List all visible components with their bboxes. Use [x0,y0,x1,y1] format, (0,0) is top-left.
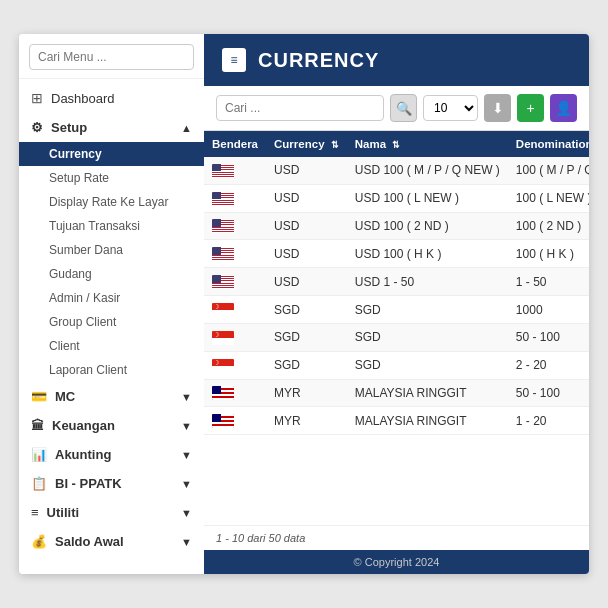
sidebar-section-label: Saldo Awal [55,534,124,549]
table-row: USD USD 100 ( L NEW ) 100 ( L NEW ) 16,2… [204,184,589,212]
sidebar-sub-sumber-dana[interactable]: Sumber Dana [19,238,204,262]
cell-currency: SGD [266,351,347,379]
cell-nama: SGD [347,351,508,379]
table-row: SGD SGD 2 - 20 11,500.00 12,1 [204,351,589,379]
sidebar-item-setup[interactable]: ⚙ Setup ▲ [19,113,204,142]
sidebar-sub-label: Laporan Client [49,363,127,377]
cell-denomination: 100 ( H K ) [508,240,589,268]
cell-flag [204,184,266,212]
cell-currency: USD [266,157,347,184]
sidebar-item-akunting[interactable]: 📊 Akunting ▼ [19,440,204,469]
search-input[interactable] [216,95,384,121]
akunting-icon: 📊 [31,447,47,462]
sidebar-section-label: MC [55,389,75,404]
sidebar-sub-admin-kasir[interactable]: Admin / Kasir [19,286,204,310]
table-row: MYR MALAYSIA RINGGIT 50 - 100 3,675.00 3… [204,379,589,407]
export-button[interactable]: ⬇ [484,94,511,122]
table-row: SGD SGD 50 - 100 12,050.00 12,1 [204,323,589,351]
sidebar-sub-label: Display Rate Ke Layar [49,195,168,209]
table-row: MYR MALAYSIA RINGGIT 1 - 20 3,300.00 3,7 [204,407,589,435]
sidebar-sub-label: Currency [49,147,102,161]
utiliti-icon: ≡ [31,505,39,520]
sidebar-sub-client[interactable]: Client [19,334,204,358]
sidebar: ⊞ Dashboard ⚙ Setup ▲ Currency Setup Rat… [19,34,204,574]
cell-flag [204,323,266,351]
user-button[interactable]: 👤 [550,94,577,122]
flag-icon [212,275,234,289]
cell-flag [204,212,266,240]
cell-nama: USD 100 ( L NEW ) [347,184,508,212]
header-icon: ≡ [222,48,246,72]
cell-currency: USD [266,240,347,268]
cell-nama: SGD [347,323,508,351]
cell-denomination: 100 ( L NEW ) [508,184,589,212]
sidebar-sub-currency[interactable]: Currency [19,142,204,166]
sidebar-sub-laporan-client[interactable]: Laporan Client [19,358,204,382]
cell-denomination: 1 - 20 [508,407,589,435]
table-wrapper: Bendera Currency ⇅ Nama ⇅ Denomination ⇅… [204,131,589,525]
sidebar-item-bi-ppatk[interactable]: 📋 BI - PPATK ▼ [19,469,204,498]
keuangan-icon: 🏛 [31,418,44,433]
table-row: USD USD 1 - 50 1 - 50 15,000.00 16,3 [204,268,589,296]
cell-denomination: 2 - 20 [508,351,589,379]
sidebar-sub-setup-rate[interactable]: Setup Rate [19,166,204,190]
sidebar-search-input[interactable] [29,44,194,70]
sidebar-sub-label: Client [49,339,80,353]
cell-denomination: 1 - 50 [508,268,589,296]
table-row: USD USD 100 ( M / P / Q NEW ) 100 ( M / … [204,157,589,184]
mc-icon: 💳 [31,389,47,404]
cell-nama: SGD [347,296,508,324]
col-denomination[interactable]: Denomination ⇅ [508,131,589,157]
cell-currency: SGD [266,323,347,351]
sidebar-section-label: Setup [51,120,87,135]
cell-denomination: 50 - 100 [508,379,589,407]
flag-icon [212,414,234,428]
table-row: SGD SGD 1000 12,450.00 12,6 [204,296,589,324]
currency-table: Bendera Currency ⇅ Nama ⇅ Denomination ⇅… [204,131,589,435]
sidebar-item-mc[interactable]: 💳 MC ▼ [19,382,204,411]
cell-denomination: 100 ( M / P / Q NEW ) [508,157,589,184]
cell-nama: MALAYSIA RINGGIT [347,379,508,407]
table-row: USD USD 100 ( H K ) 100 ( H K ) 16,000.0… [204,240,589,268]
per-page-select[interactable]: 10 25 50 100 [423,95,478,121]
flag-icon [212,219,234,233]
sidebar-search-container [19,34,204,78]
flag-icon [212,359,234,373]
toolbar: 🔍 10 25 50 100 ⬇ + 👤 [204,86,589,131]
bi-ppatk-icon: 📋 [31,476,47,491]
col-nama[interactable]: Nama ⇅ [347,131,508,157]
sidebar-item-utiliti[interactable]: ≡ Utiliti ▼ [19,498,204,527]
sidebar-sub-label: Tujuan Transaksi [49,219,140,233]
sidebar-sub-group-client[interactable]: Group Client [19,310,204,334]
flag-icon [212,303,234,317]
search-button[interactable]: 🔍 [390,94,417,122]
saldo-awal-icon: 💰 [31,534,47,549]
cell-flag [204,351,266,379]
cell-denomination: 100 ( 2 ND ) [508,212,589,240]
sidebar-sub-tujuan-transaksi[interactable]: Tujuan Transaksi [19,214,204,238]
sidebar-item-saldo-awal[interactable]: 💰 Saldo Awal ▼ [19,527,204,556]
footer-text: © Copyright 2024 [354,556,440,568]
cell-flag [204,379,266,407]
page-title: CURRENCY [258,49,379,72]
main-footer: © Copyright 2024 [204,550,589,574]
cell-currency: USD [266,268,347,296]
keuangan-chevron-icon: ▼ [181,420,192,432]
cell-currency: USD [266,212,347,240]
cell-nama: USD 100 ( M / P / Q NEW ) [347,157,508,184]
sidebar-item-dashboard[interactable]: ⊞ Dashboard [19,83,204,113]
col-currency[interactable]: Currency ⇅ [266,131,347,157]
flag-icon [212,247,234,261]
sidebar-sub-gudang[interactable]: Gudang [19,262,204,286]
sidebar-sub-display-rate[interactable]: Display Rate Ke Layar [19,190,204,214]
sidebar-sub-label: Sumber Dana [49,243,123,257]
dashboard-icon: ⊞ [31,90,43,106]
sidebar-item-keuangan[interactable]: 🏛 Keuangan ▼ [19,411,204,440]
sidebar-section-label: BI - PPATK [55,476,122,491]
cell-denomination: 50 - 100 [508,323,589,351]
akunting-chevron-icon: ▼ [181,449,192,461]
bi-ppatk-chevron-icon: ▼ [181,478,192,490]
col-bendera[interactable]: Bendera [204,131,266,157]
flag-icon [212,386,234,400]
add-button[interactable]: + [517,94,544,122]
